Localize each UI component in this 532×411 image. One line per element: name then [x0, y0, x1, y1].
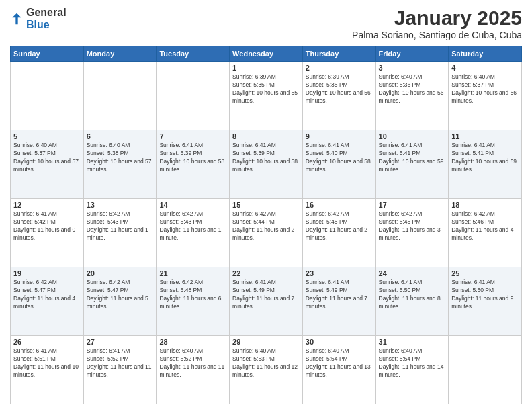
- day-number: 5: [13, 132, 81, 140]
- table-cell: 17Sunrise: 6:42 AMSunset: 5:45 PMDayligh…: [375, 199, 449, 267]
- table-cell: 1Sunrise: 6:39 AMSunset: 5:35 PMDaylight…: [230, 62, 303, 130]
- day-info: Sunrise: 6:41 AMSunset: 5:42 PMDaylight:…: [13, 210, 75, 241]
- col-wednesday: Wednesday: [230, 46, 303, 62]
- day-info: Sunrise: 6:41 AMSunset: 5:52 PMDaylight:…: [87, 347, 152, 378]
- day-number: 30: [306, 338, 373, 346]
- table-cell: 2Sunrise: 6:39 AMSunset: 5:35 PMDaylight…: [302, 62, 375, 130]
- logo-blue: Blue: [26, 19, 50, 30]
- location-title: Palma Soriano, Santiago de Cuba, Cuba: [352, 30, 522, 40]
- table-cell: 31Sunrise: 6:40 AMSunset: 5:54 PMDayligh…: [375, 336, 449, 404]
- day-info: Sunrise: 6:42 AMSunset: 5:45 PMDaylight:…: [379, 210, 441, 241]
- day-number: 9: [306, 132, 373, 140]
- month-title: January 2025: [352, 7, 522, 30]
- table-cell: 6Sunrise: 6:40 AMSunset: 5:38 PMDaylight…: [83, 130, 157, 199]
- table-cell: 25Sunrise: 6:41 AMSunset: 5:50 PMDayligh…: [449, 267, 522, 336]
- day-number: 2: [306, 64, 373, 72]
- day-number: 8: [232, 132, 300, 140]
- table-cell: [157, 62, 230, 130]
- week-row-1: 1Sunrise: 6:39 AMSunset: 5:35 PMDaylight…: [11, 62, 522, 130]
- day-number: 1: [232, 64, 300, 72]
- day-info: Sunrise: 6:41 AMSunset: 5:41 PMDaylight:…: [451, 142, 517, 173]
- table-cell: 29Sunrise: 6:40 AMSunset: 5:53 PMDayligh…: [230, 336, 303, 404]
- day-number: 24: [379, 269, 446, 277]
- table-cell: 15Sunrise: 6:42 AMSunset: 5:44 PMDayligh…: [230, 199, 303, 267]
- col-monday: Monday: [83, 46, 157, 62]
- day-info: Sunrise: 6:41 AMSunset: 5:39 PMDaylight:…: [232, 142, 298, 173]
- day-info: Sunrise: 6:41 AMSunset: 5:40 PMDaylight:…: [306, 142, 371, 173]
- day-number: 14: [159, 201, 226, 209]
- week-row-5: 26Sunrise: 6:41 AMSunset: 5:51 PMDayligh…: [11, 336, 522, 404]
- day-number: 4: [451, 64, 519, 72]
- header: General Blue January 2025 Palma Soriano,…: [10, 7, 522, 40]
- day-info: Sunrise: 6:39 AMSunset: 5:35 PMDaylight:…: [306, 73, 371, 104]
- day-info: Sunrise: 6:40 AMSunset: 5:37 PMDaylight:…: [13, 142, 79, 173]
- col-saturday: Saturday: [449, 46, 522, 62]
- day-info: Sunrise: 6:42 AMSunset: 5:43 PMDaylight:…: [87, 210, 148, 241]
- day-info: Sunrise: 6:40 AMSunset: 5:54 PMDaylight:…: [379, 347, 444, 378]
- logo-icon: [10, 12, 24, 26]
- table-cell: 21Sunrise: 6:42 AMSunset: 5:48 PMDayligh…: [157, 267, 230, 336]
- day-info: Sunrise: 6:40 AMSunset: 5:52 PMDaylight:…: [159, 347, 224, 378]
- table-cell: 18Sunrise: 6:42 AMSunset: 5:46 PMDayligh…: [449, 199, 522, 267]
- table-cell: 30Sunrise: 6:40 AMSunset: 5:54 PMDayligh…: [302, 336, 375, 404]
- day-info: Sunrise: 6:42 AMSunset: 5:44 PMDaylight:…: [232, 210, 294, 241]
- day-info: Sunrise: 6:40 AMSunset: 5:37 PMDaylight:…: [451, 73, 517, 104]
- table-cell: 22Sunrise: 6:41 AMSunset: 5:49 PMDayligh…: [230, 267, 303, 336]
- day-number: 12: [13, 201, 81, 209]
- day-info: Sunrise: 6:41 AMSunset: 5:41 PMDaylight:…: [379, 142, 444, 173]
- day-info: Sunrise: 6:40 AMSunset: 5:54 PMDaylight:…: [306, 347, 371, 378]
- table-cell: [83, 62, 157, 130]
- day-number: 13: [87, 201, 154, 209]
- table-cell: 24Sunrise: 6:41 AMSunset: 5:50 PMDayligh…: [375, 267, 449, 336]
- day-number: 18: [451, 201, 519, 209]
- day-info: Sunrise: 6:41 AMSunset: 5:51 PMDaylight:…: [13, 347, 79, 378]
- table-cell: 13Sunrise: 6:42 AMSunset: 5:43 PMDayligh…: [83, 199, 157, 267]
- col-tuesday: Tuesday: [157, 46, 230, 62]
- day-info: Sunrise: 6:40 AMSunset: 5:53 PMDaylight:…: [232, 347, 298, 378]
- day-info: Sunrise: 6:39 AMSunset: 5:35 PMDaylight:…: [232, 73, 298, 104]
- day-number: 10: [379, 132, 446, 140]
- table-cell: [11, 62, 84, 130]
- title-block: January 2025 Palma Soriano, Santiago de …: [352, 7, 522, 40]
- week-row-3: 12Sunrise: 6:41 AMSunset: 5:42 PMDayligh…: [11, 199, 522, 267]
- logo-general: General: [26, 7, 66, 18]
- day-info: Sunrise: 6:41 AMSunset: 5:39 PMDaylight:…: [159, 142, 224, 173]
- day-number: 25: [451, 269, 519, 277]
- table-cell: 23Sunrise: 6:41 AMSunset: 5:49 PMDayligh…: [302, 267, 375, 336]
- day-info: Sunrise: 6:41 AMSunset: 5:49 PMDaylight:…: [232, 279, 294, 310]
- day-info: Sunrise: 6:40 AMSunset: 5:38 PMDaylight:…: [87, 142, 152, 173]
- day-info: Sunrise: 6:40 AMSunset: 5:36 PMDaylight:…: [379, 73, 444, 104]
- day-info: Sunrise: 6:42 AMSunset: 5:47 PMDaylight:…: [87, 279, 148, 310]
- day-info: Sunrise: 6:41 AMSunset: 5:50 PMDaylight:…: [451, 279, 513, 310]
- table-cell: 7Sunrise: 6:41 AMSunset: 5:39 PMDaylight…: [157, 130, 230, 199]
- day-info: Sunrise: 6:41 AMSunset: 5:50 PMDaylight:…: [379, 279, 441, 310]
- table-cell: 11Sunrise: 6:41 AMSunset: 5:41 PMDayligh…: [449, 130, 522, 199]
- calendar-table: Sunday Monday Tuesday Wednesday Thursday…: [10, 46, 522, 404]
- day-number: 29: [232, 338, 300, 346]
- day-number: 22: [232, 269, 300, 277]
- table-cell: 26Sunrise: 6:41 AMSunset: 5:51 PMDayligh…: [11, 336, 84, 404]
- day-info: Sunrise: 6:42 AMSunset: 5:43 PMDaylight:…: [159, 210, 221, 241]
- day-number: 23: [306, 269, 373, 277]
- col-sunday: Sunday: [11, 46, 84, 62]
- table-cell: 20Sunrise: 6:42 AMSunset: 5:47 PMDayligh…: [83, 267, 157, 336]
- logo-text: General Blue: [26, 7, 66, 31]
- week-row-4: 19Sunrise: 6:42 AMSunset: 5:47 PMDayligh…: [11, 267, 522, 336]
- day-number: 7: [159, 132, 226, 140]
- day-info: Sunrise: 6:42 AMSunset: 5:47 PMDaylight:…: [13, 279, 75, 310]
- day-number: 27: [87, 338, 154, 346]
- day-info: Sunrise: 6:42 AMSunset: 5:45 PMDaylight:…: [306, 210, 367, 241]
- table-cell: 27Sunrise: 6:41 AMSunset: 5:52 PMDayligh…: [83, 336, 157, 404]
- table-cell: [449, 336, 522, 404]
- day-number: 11: [451, 132, 519, 140]
- table-cell: 3Sunrise: 6:40 AMSunset: 5:36 PMDaylight…: [375, 62, 449, 130]
- page: General Blue January 2025 Palma Soriano,…: [0, 0, 532, 411]
- day-info: Sunrise: 6:42 AMSunset: 5:46 PMDaylight:…: [451, 210, 513, 241]
- day-number: 16: [306, 201, 373, 209]
- col-friday: Friday: [375, 46, 449, 62]
- day-number: 31: [379, 338, 446, 346]
- day-number: 21: [159, 269, 226, 277]
- table-cell: 16Sunrise: 6:42 AMSunset: 5:45 PMDayligh…: [302, 199, 375, 267]
- col-thursday: Thursday: [302, 46, 375, 62]
- table-cell: 10Sunrise: 6:41 AMSunset: 5:41 PMDayligh…: [375, 130, 449, 199]
